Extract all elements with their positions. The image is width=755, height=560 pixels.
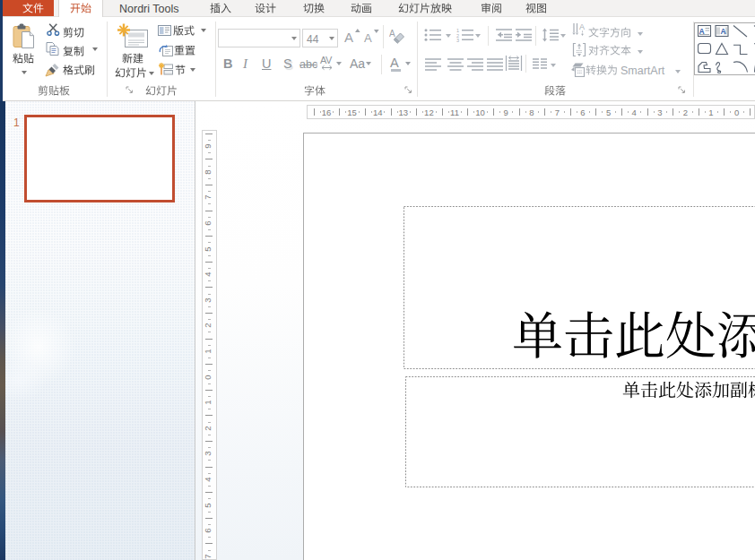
svg-text:A: A [389,29,395,39]
svg-text:3: 3 [456,38,459,42]
svg-text:A: A [579,22,585,31]
svg-text:A: A [720,27,725,36]
svg-text:A: A [699,27,704,36]
